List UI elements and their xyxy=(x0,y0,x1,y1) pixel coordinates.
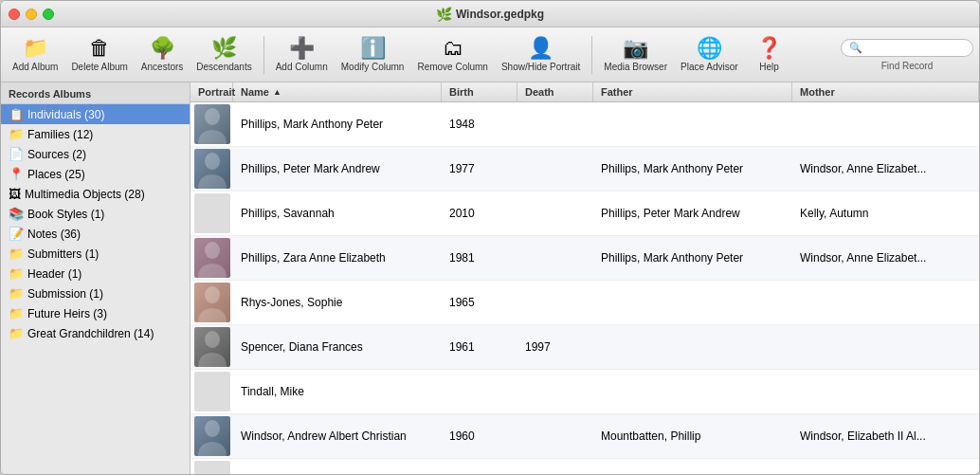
cell-death-8 xyxy=(517,432,593,440)
close-button[interactable] xyxy=(9,9,20,20)
portrait-4 xyxy=(194,238,230,278)
table-header: Portrait Name ▲ Birth Death Father Mothe… xyxy=(191,82,979,102)
cell-portrait-7 xyxy=(191,370,233,413)
svg-point-0 xyxy=(205,108,220,125)
maximize-button[interactable] xyxy=(43,9,54,20)
media-browser-icon: 📷 xyxy=(623,38,648,59)
cell-father-4: Phillips, Mark Anthony Peter xyxy=(593,247,792,268)
future-heirs-icon: 📁 xyxy=(9,306,24,320)
cell-name-1: Phillips, Mark Anthony Peter xyxy=(233,114,442,135)
ancestors-button[interactable]: 🌳 Ancestors xyxy=(136,30,189,80)
sort-arrow-name: ▲ xyxy=(273,87,281,97)
table-row[interactable]: Phillips, Peter Mark Andrew 1977 Phillip… xyxy=(191,147,979,192)
search-icon: 🔍 xyxy=(849,42,862,54)
cell-mother-7 xyxy=(792,388,979,395)
sidebar-item-future-heirs[interactable]: 📁 Future Heirs (3) xyxy=(1,303,190,323)
add-column-button[interactable]: ➕ Add Column xyxy=(270,30,334,80)
sidebar-item-families[interactable]: 📁 Families (12) xyxy=(1,124,190,144)
cell-mother-2: Windsor, Anne Elizabet... xyxy=(792,158,979,179)
portrait-8 xyxy=(194,416,230,456)
table-row[interactable]: Tindall, Mike xyxy=(191,370,979,414)
cell-name-7: Tindall, Mike xyxy=(233,381,442,402)
show-hide-portrait-button[interactable]: 👤 Show/Hide Portrait xyxy=(496,30,586,80)
sidebar-item-submission[interactable]: 📁 Submission (1) xyxy=(1,283,190,303)
col-header-portrait[interactable]: Portrait xyxy=(191,82,233,101)
sidebar-item-multimedia[interactable]: 🖼 Multimedia Objects (28) xyxy=(1,184,190,204)
help-icon: ❓ xyxy=(756,38,782,59)
cell-portrait-4 xyxy=(191,236,233,280)
search-box[interactable]: 🔍 xyxy=(841,39,973,57)
sidebar-item-places[interactable]: 📍 Places (25) xyxy=(1,164,190,184)
sidebar-item-great-grandchildren[interactable]: 📁 Great Grandchildren (14) xyxy=(1,323,190,343)
search-input[interactable] xyxy=(866,42,965,53)
cell-birth-1: 1948 xyxy=(442,114,517,135)
cell-death-3 xyxy=(517,210,593,217)
table-body[interactable]: Phillips, Mark Anthony Peter 1948 xyxy=(191,102,979,474)
descendants-button[interactable]: 🌿 Descendants xyxy=(191,30,257,80)
cell-mother-5 xyxy=(792,299,979,306)
cell-name-5: Rhys-Jones, Sophie xyxy=(233,292,442,313)
cell-father-7 xyxy=(593,388,792,395)
cell-mother-9: Windsor, Elizabeth II Al... xyxy=(792,470,979,474)
window-title: 🌿 Windsor.gedpkg xyxy=(436,7,544,22)
individuals-icon: 📋 xyxy=(9,107,24,121)
portrait-2 xyxy=(194,149,230,189)
table-row[interactable]: Windsor, Anne Elizabeth Alice 1950 Mount… xyxy=(191,459,979,474)
cell-death-7 xyxy=(517,388,593,395)
cell-portrait-5 xyxy=(191,281,233,324)
cell-father-2: Phillips, Mark Anthony Peter xyxy=(593,158,792,179)
add-album-button[interactable]: 📁 Add Album xyxy=(7,30,64,80)
cell-portrait-1 xyxy=(191,102,233,146)
multimedia-icon: 🖼 xyxy=(9,187,21,201)
sources-icon: 📄 xyxy=(9,147,24,161)
svg-point-3 xyxy=(205,286,220,303)
sidebar-item-notes[interactable]: 📝 Notes (36) xyxy=(1,224,190,244)
col-header-mother[interactable]: Mother xyxy=(792,82,979,101)
notes-icon: 📝 xyxy=(9,227,24,241)
cell-name-9: Windsor, Anne Elizabeth Alice xyxy=(233,470,442,474)
main-area: Records Albums 📋 Individuals (30) 📁 Fami… xyxy=(1,82,979,474)
cell-birth-4: 1981 xyxy=(442,247,517,268)
add-column-icon: ➕ xyxy=(289,38,315,59)
sidebar-item-book-styles[interactable]: 📚 Book Styles (1) xyxy=(1,204,190,224)
families-icon: 📁 xyxy=(9,127,24,141)
media-browser-button[interactable]: 📷 Media Browser xyxy=(598,30,673,80)
cell-name-6: Spencer, Diana Frances xyxy=(233,337,442,357)
table-row[interactable]: Windsor, Andrew Albert Christian 1960 Mo… xyxy=(191,414,979,459)
remove-column-button[interactable]: 🗂 Remove Column xyxy=(411,30,493,80)
modify-column-button[interactable]: ℹ️ Modify Column xyxy=(336,30,410,80)
sidebar-item-individuals[interactable]: 📋 Individuals (30) xyxy=(1,104,190,124)
sidebar-item-sources[interactable]: 📄 Sources (2) xyxy=(1,144,190,164)
sidebar-item-header[interactable]: 📁 Header (1) xyxy=(1,264,190,283)
submitters-icon: 📁 xyxy=(9,247,24,261)
main-window: 🌿 Windsor.gedpkg 📁 Add Album 🗑 Delete Al… xyxy=(0,0,980,475)
cell-name-3: Phillips, Savannah xyxy=(233,203,442,224)
cell-birth-8: 1960 xyxy=(442,426,517,447)
cell-birth-6: 1961 xyxy=(442,337,517,357)
table-row[interactable]: Spencer, Diana Frances 1961 1997 xyxy=(191,325,979,370)
col-header-name[interactable]: Name ▲ xyxy=(233,82,442,101)
col-header-father[interactable]: Father xyxy=(593,82,792,101)
col-header-death[interactable]: Death xyxy=(517,82,593,101)
cell-birth-7 xyxy=(442,388,517,395)
help-button[interactable]: ❓ Help xyxy=(746,30,793,80)
svg-point-2 xyxy=(205,242,220,259)
place-advisor-button[interactable]: 🌐 Place Advisor xyxy=(675,30,744,80)
col-header-birth[interactable]: Birth xyxy=(442,82,517,101)
modify-column-icon: ℹ️ xyxy=(360,38,386,59)
table-row[interactable]: Phillips, Mark Anthony Peter 1948 xyxy=(191,102,979,147)
table-row[interactable]: Rhys-Jones, Sophie 1965 xyxy=(191,281,979,325)
minimize-button[interactable] xyxy=(26,9,37,20)
table-row[interactable]: Phillips, Zara Anne Elizabeth 1981 Phill… xyxy=(191,236,979,281)
cell-mother-4: Windsor, Anne Elizabet... xyxy=(792,247,979,268)
places-icon: 📍 xyxy=(9,167,24,181)
sidebar-item-submitters[interactable]: 📁 Submitters (1) xyxy=(1,244,190,264)
portrait-empty-3 xyxy=(194,193,230,233)
portrait-1 xyxy=(194,104,230,144)
table-row[interactable]: Phillips, Savannah 2010 Phillips, Peter … xyxy=(191,192,979,236)
place-advisor-icon: 🌐 xyxy=(697,38,722,59)
cell-father-1 xyxy=(593,120,792,128)
traffic-lights xyxy=(9,9,54,20)
book-styles-icon: 📚 xyxy=(9,207,24,221)
delete-album-button[interactable]: 🗑 Delete Album xyxy=(65,30,133,80)
